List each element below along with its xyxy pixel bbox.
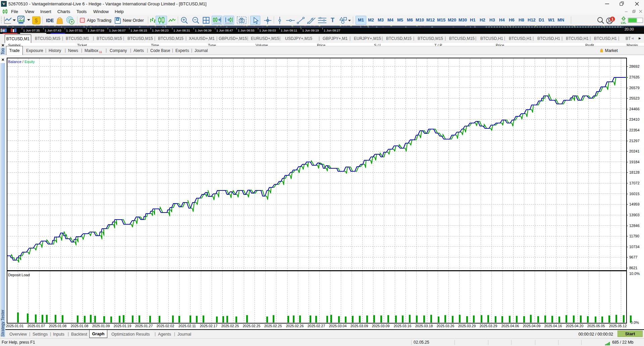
svg-text:LVL: LVL <box>621 21 626 24</box>
svg-text:Strategy Tester: Strategy Tester <box>0 310 5 337</box>
svg-text:1: 1 <box>611 17 613 21</box>
svg-text:$: $ <box>35 18 38 23</box>
svg-text:Too: Too <box>0 48 5 55</box>
